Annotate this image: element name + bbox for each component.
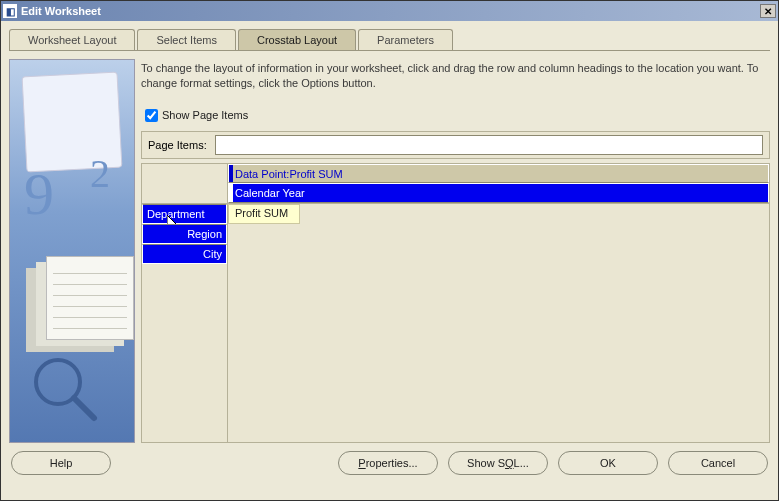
show-page-items-checkbox[interactable] xyxy=(145,109,158,122)
column-header-datapoint-label: Data Point:Profit SUM xyxy=(235,168,343,180)
crosstab-layout-grid: Data Point:Profit SUM Calendar Year Depa… xyxy=(141,163,770,443)
row-header-region[interactable]: Region xyxy=(142,224,227,244)
app-icon: ◧ xyxy=(3,4,17,18)
tab-bar: Worksheet Layout Select Items Crosstab L… xyxy=(1,21,778,50)
row-header-city-label: City xyxy=(203,248,222,260)
help-button[interactable]: Help xyxy=(11,451,111,475)
page-items-label: Page Items: xyxy=(148,139,207,151)
tab-parameters[interactable]: Parameters xyxy=(358,29,453,50)
row-header-region-label: Region xyxy=(187,228,222,240)
data-cell-profit-sum[interactable]: Profit SUM xyxy=(228,204,300,224)
content-area: To change the layout of information in y… xyxy=(141,59,770,443)
grid-corner xyxy=(142,164,228,204)
column-header-datapoint[interactable]: Data Point:Profit SUM xyxy=(228,164,769,184)
data-area: Profit SUM xyxy=(228,204,769,442)
row-headers: Department Region City xyxy=(142,204,228,442)
cancel-button[interactable]: Cancel xyxy=(668,451,768,475)
column-headers: Data Point:Profit SUM Calendar Year xyxy=(228,164,769,204)
row-header-city[interactable]: City xyxy=(142,244,227,264)
main-area: 9 2 To change the layout of information … xyxy=(1,51,778,451)
magnifier-icon xyxy=(30,354,100,424)
svg-line-1 xyxy=(74,398,94,418)
row-header-department[interactable]: Department xyxy=(142,204,227,224)
instruction-text: To change the layout of information in y… xyxy=(141,59,770,102)
close-button[interactable]: ✕ xyxy=(760,4,776,18)
decorative-side-panel: 9 2 xyxy=(9,59,135,443)
ok-button[interactable]: OK xyxy=(558,451,658,475)
window-title: Edit Worksheet xyxy=(21,5,760,17)
tab-worksheet-layout[interactable]: Worksheet Layout xyxy=(9,29,135,50)
tab-select-items[interactable]: Select Items xyxy=(137,29,236,50)
page-items-dropzone[interactable] xyxy=(215,135,763,155)
column-header-year[interactable]: Calendar Year xyxy=(228,183,769,203)
properties-button[interactable]: Properties... xyxy=(338,451,438,475)
title-bar: ◧ Edit Worksheet ✕ xyxy=(1,1,778,21)
button-bar: Help Properties... Show SQL... OK Cancel xyxy=(1,451,778,485)
column-header-year-label: Calendar Year xyxy=(235,187,305,199)
page-items-row: Page Items: xyxy=(141,131,770,159)
show-sql-button[interactable]: Show SQL... xyxy=(448,451,548,475)
show-page-items-label: Show Page Items xyxy=(162,109,248,121)
row-header-department-label: Department xyxy=(147,208,204,220)
tab-crosstab-layout[interactable]: Crosstab Layout xyxy=(238,29,356,50)
